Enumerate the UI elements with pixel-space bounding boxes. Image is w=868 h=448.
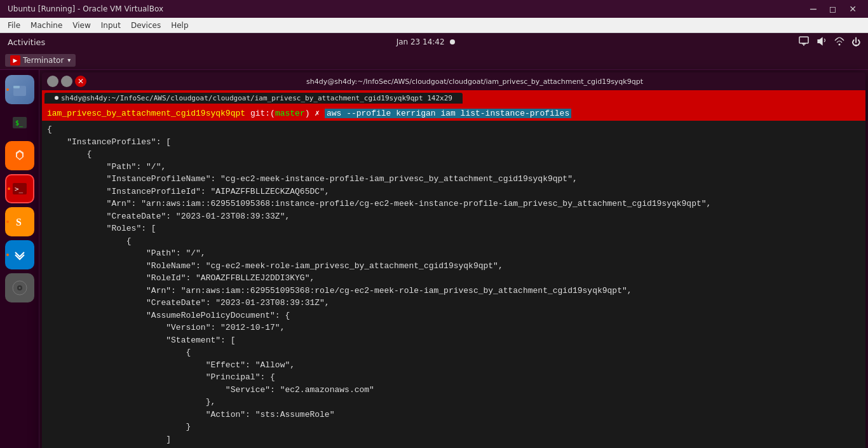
vbox-title: Ubuntu [Running] - Oracle VM VirtualBox (3, 4, 163, 13)
dropdown-chevron[interactable]: ▾ (67, 57, 71, 64)
network-icon[interactable] (834, 36, 845, 49)
display-icon[interactable] (798, 36, 810, 49)
menu-view[interactable]: View (67, 20, 95, 31)
ubuntu-taskbar: ▶ Terminator ▾ (0, 51, 868, 70)
terminal-maximize-btn[interactable]: ◻ (61, 76, 72, 87)
datetime-display: Jan 23 14:42 (397, 37, 445, 46)
dock-tmux[interactable]: >_ (5, 174, 34, 203)
menu-machine[interactable]: Machine (25, 20, 67, 31)
dock-optical[interactable] (5, 273, 34, 302)
terminator-label: Terminator (23, 56, 64, 65)
svg-text:S: S (16, 217, 22, 227)
terminal-window: ─ ◻ ✕ sh4dy@sh4dy:~/InfoSec/AWS/cloudgoa… (42, 72, 865, 448)
svg-text:>_: >_ (15, 185, 24, 193)
terminal-minimize-btn[interactable]: ─ (47, 76, 58, 87)
tab-label: sh4dy@sh4dy:~/InfoSec/AWS/cloudgoat/clou… (61, 94, 452, 102)
svg-rect-0 (799, 37, 808, 43)
virtualbox-titlebar: Ubuntu [Running] - Oracle VM VirtualBox … (0, 0, 868, 18)
titlebar-left: Ubuntu [Running] - Oracle VM VirtualBox (0, 4, 163, 13)
titlebar-controls[interactable]: ─ ◻ ✕ (806, 3, 868, 15)
dock-tmux-dot (8, 187, 10, 190)
menu-input[interactable]: Input (96, 20, 126, 31)
command-line[interactable]: iam_privesc_by_attachment_cgid19syqk9qpt… (42, 105, 865, 121)
activities-button[interactable]: Activities (0, 36, 53, 48)
dock-active-dot (6, 88, 9, 91)
svg-point-3 (839, 43, 841, 45)
json-output: { "InstanceProfiles": [ { "Path": "/", "… (42, 121, 865, 448)
volume-icon[interactable] (816, 36, 827, 49)
ubuntu-system-bar: Activities Jan 23 14:42 ⏻ (0, 33, 868, 51)
menu-devices[interactable]: Devices (126, 20, 166, 31)
prompt-symbol: iam_privesc_by_attachment_cgid19syqk9qpt (47, 109, 245, 118)
tab-indicator (55, 96, 58, 100)
command-highlight: aws --profile kerrigan iam list-instance… (325, 109, 571, 118)
power-icon[interactable]: ⏻ (851, 37, 860, 47)
terminator-taskbar-item[interactable]: ▶ Terminator ▾ (5, 54, 76, 67)
svg-rect-6 (13, 86, 20, 88)
terminal-tab[interactable]: sh4dy@sh4dy:~/InfoSec/AWS/cloudgoat/clou… (44, 93, 463, 104)
menu-file[interactable]: File (3, 20, 25, 31)
svg-text:$_: $_ (15, 119, 24, 127)
terminal-close-btn[interactable]: ✕ (75, 76, 86, 87)
dock-sublime-dot (6, 221, 9, 223)
dock-terminal-default[interactable]: $_ (5, 108, 34, 137)
dock-vscode-dot (6, 254, 9, 256)
minimize-button[interactable]: ─ (806, 3, 820, 15)
main-layout: $_ >_ S (0, 70, 868, 448)
restore-button[interactable]: ◻ (825, 4, 841, 14)
application-dock: $_ >_ S (0, 70, 39, 448)
dock-vscode[interactable] (5, 240, 34, 269)
menu-help[interactable]: Help (166, 20, 193, 31)
terminator-icon: ▶ (10, 55, 20, 65)
terminal-titlebar: ─ ◻ ✕ sh4dy@sh4dy:~/InfoSec/AWS/cloudgoa… (42, 72, 865, 90)
terminal-tab-bar: sh4dy@sh4dy:~/InfoSec/AWS/cloudgoat/clou… (42, 90, 865, 105)
dock-brave[interactable] (5, 141, 34, 170)
dock-files[interactable] (5, 75, 34, 104)
close-button[interactable]: ✕ (845, 4, 860, 14)
svg-point-17 (18, 287, 20, 289)
terminal-title: sh4dy@sh4dy:~/InfoSec/AWS/cloudgoat/clou… (89, 78, 860, 86)
git-branch: git:( (250, 109, 275, 118)
network-dot (450, 39, 455, 44)
dock-sublime[interactable]: S (5, 207, 34, 236)
vbox-menubar: File Machine View Input Devices Help (0, 18, 868, 33)
